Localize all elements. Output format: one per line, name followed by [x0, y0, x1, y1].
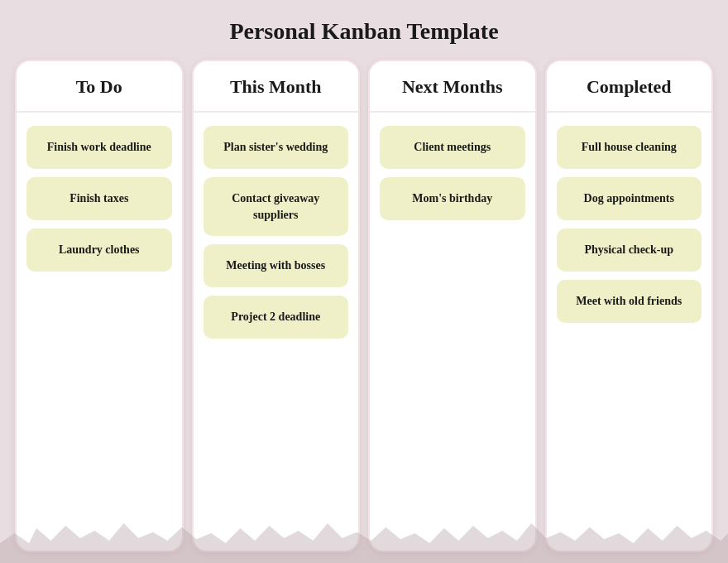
column-thismonth-items: Plan sister's wedding Contact giveaway s…	[194, 126, 359, 339]
column-nextmonths-items: Client meetings Mom's birthday	[370, 126, 535, 220]
page-title: Personal Kanban Template	[0, 0, 728, 60]
column-thismonth: This Month Plan sister's wedding Contact…	[192, 60, 361, 552]
column-todo: To Do Finish work deadline Finish taxes …	[15, 60, 184, 552]
column-nextmonths-title: Next Months	[402, 76, 503, 97]
card-meet-with-old-friends[interactable]: Meet with old friends	[557, 280, 702, 323]
card-meeting-with-bosses[interactable]: Meeting with bosses	[204, 244, 349, 287]
card-moms-birthday[interactable]: Mom's birthday	[380, 177, 525, 220]
column-thismonth-title: This Month	[230, 76, 322, 97]
column-todo-header: To Do	[17, 61, 182, 113]
column-completed-header: Completed	[547, 61, 712, 113]
column-todo-items: Finish work deadline Finish taxes Laundr…	[17, 126, 182, 272]
card-physical-checkup[interactable]: Physical check-up	[557, 229, 702, 272]
card-laundry-clothes[interactable]: Laundry clothes	[26, 229, 172, 272]
card-dog-appointments[interactable]: Dog appointments	[557, 177, 702, 220]
column-nextmonths: Next Months Client meetings Mom's birthd…	[368, 60, 537, 552]
card-project-2-deadline[interactable]: Project 2 deadline	[204, 296, 349, 339]
column-completed-items: Full house cleaning Dog appointments Phy…	[547, 126, 712, 323]
column-thismonth-header: This Month	[194, 61, 359, 113]
card-plan-sisters-wedding[interactable]: Plan sister's wedding	[204, 126, 349, 169]
column-completed: Completed Full house cleaning Dog appoin…	[545, 60, 714, 552]
card-full-house-cleaning[interactable]: Full house cleaning	[557, 126, 702, 169]
column-completed-title: Completed	[587, 76, 672, 97]
kanban-board: To Do Finish work deadline Finish taxes …	[0, 60, 728, 552]
column-todo-title: To Do	[76, 76, 122, 97]
card-finish-taxes[interactable]: Finish taxes	[26, 177, 172, 220]
card-finish-work-deadline[interactable]: Finish work deadline	[26, 126, 172, 169]
card-client-meetings[interactable]: Client meetings	[380, 126, 525, 169]
card-contact-giveaway-suppliers[interactable]: Contact giveaway suppliers	[204, 177, 349, 236]
column-nextmonths-header: Next Months	[370, 61, 535, 113]
